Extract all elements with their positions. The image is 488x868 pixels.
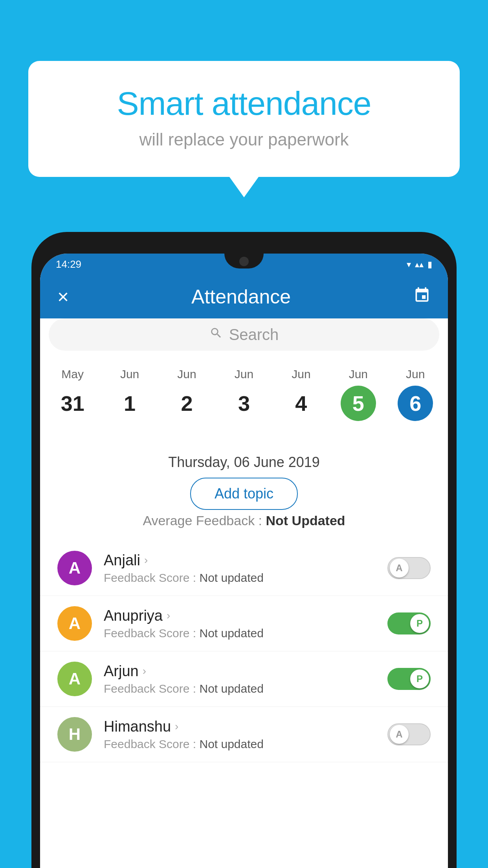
student-feedback: Feedback Score : Not updated bbox=[104, 737, 376, 751]
avg-feedback-label: Average Feedback : bbox=[143, 513, 262, 528]
attendance-toggle[interactable]: P bbox=[387, 612, 431, 634]
chevron-right-icon: › bbox=[143, 665, 146, 677]
chevron-right-icon: › bbox=[175, 720, 178, 733]
student-info[interactable]: Anjali › Feedback Score : Not updated bbox=[104, 552, 376, 585]
list-item: A Arjun › Feedback Score : Not updated P bbox=[40, 651, 448, 707]
cal-date-0: 31 bbox=[55, 386, 90, 421]
attendance-toggle[interactable]: P bbox=[387, 668, 431, 690]
attendance-toggle[interactable]: A bbox=[387, 557, 431, 579]
search-icon bbox=[209, 326, 223, 343]
speech-bubble: Smart attendance will replace your paper… bbox=[28, 61, 460, 177]
attendance-toggle[interactable]: A bbox=[387, 723, 431, 745]
student-feedback: Feedback Score : Not updated bbox=[104, 682, 376, 695]
toggle-absent[interactable]: A bbox=[387, 557, 431, 579]
close-button[interactable]: × bbox=[57, 285, 69, 308]
toggle-knob: A bbox=[390, 725, 409, 744]
status-icons: ▾ ▴▴ ▮ bbox=[407, 259, 432, 270]
cal-day-0[interactable]: May 31 bbox=[51, 368, 94, 421]
cal-date-2: 2 bbox=[169, 386, 205, 421]
toggle-knob: P bbox=[410, 614, 429, 633]
cal-day-6[interactable]: Jun 6 bbox=[394, 368, 437, 421]
toggle-absent[interactable]: A bbox=[387, 723, 431, 745]
battery-icon: ▮ bbox=[427, 259, 432, 270]
cal-date-6: 6 bbox=[398, 386, 433, 421]
calendar-icon[interactable] bbox=[413, 287, 431, 307]
phone-frame: 14:29 ▾ ▴▴ ▮ × Attendance bbox=[31, 232, 457, 868]
camera-notch bbox=[239, 257, 249, 266]
avatar: A bbox=[57, 606, 92, 641]
add-topic-button[interactable]: Add topic bbox=[190, 478, 298, 510]
list-item: A Anupriya › Feedback Score : Not update… bbox=[40, 596, 448, 651]
chevron-right-icon: › bbox=[144, 554, 148, 566]
avatar: H bbox=[57, 717, 92, 752]
avatar: A bbox=[57, 551, 92, 585]
student-feedback: Feedback Score : Not updated bbox=[104, 571, 376, 585]
cal-day-1[interactable]: Jun 1 bbox=[108, 368, 151, 421]
calendar-row: May 31 Jun 1 Jun 2 Jun 3 Jun 4 Jun 5 bbox=[40, 360, 448, 421]
app-header: × Attendance bbox=[40, 275, 448, 318]
selected-date: Thursday, 06 June 2019 bbox=[40, 454, 448, 471]
signal-icon: ▴▴ bbox=[415, 259, 424, 270]
cal-day-5[interactable]: Jun 5 bbox=[337, 368, 380, 421]
status-time: 14:29 bbox=[56, 258, 81, 270]
cal-date-4: 4 bbox=[283, 386, 319, 421]
cal-date-5: 5 bbox=[341, 386, 376, 421]
student-name: Anjali › bbox=[104, 552, 376, 569]
avg-feedback: Average Feedback : Not Updated bbox=[40, 513, 448, 528]
header-title: Attendance bbox=[191, 285, 291, 308]
student-name: Anupriya › bbox=[104, 607, 376, 624]
cal-month-0: May bbox=[61, 368, 84, 381]
cal-day-2[interactable]: Jun 2 bbox=[165, 368, 209, 421]
wifi-icon: ▾ bbox=[407, 259, 411, 270]
cal-month-4: Jun bbox=[292, 368, 310, 381]
student-name: Arjun › bbox=[104, 663, 376, 680]
list-item: A Anjali › Feedback Score : Not updated … bbox=[40, 541, 448, 596]
cal-date-1: 1 bbox=[112, 386, 147, 421]
cal-month-3: Jun bbox=[235, 368, 253, 381]
toggle-knob: P bbox=[410, 669, 429, 688]
cal-day-4[interactable]: Jun 4 bbox=[279, 368, 323, 421]
toggle-knob: A bbox=[390, 559, 409, 577]
student-info[interactable]: Anupriya › Feedback Score : Not updated bbox=[104, 607, 376, 640]
cal-month-5: Jun bbox=[349, 368, 368, 381]
list-item: H Himanshu › Feedback Score : Not update… bbox=[40, 707, 448, 762]
student-info[interactable]: Himanshu › Feedback Score : Not updated bbox=[104, 718, 376, 751]
student-info[interactable]: Arjun › Feedback Score : Not updated bbox=[104, 663, 376, 695]
cal-day-3[interactable]: Jun 3 bbox=[222, 368, 266, 421]
cal-month-6: Jun bbox=[406, 368, 425, 381]
phone-screen: 14:29 ▾ ▴▴ ▮ × Attendance bbox=[40, 254, 448, 868]
student-list: A Anjali › Feedback Score : Not updated … bbox=[40, 541, 448, 868]
cal-month-1: Jun bbox=[120, 368, 139, 381]
search-label: Search bbox=[229, 326, 279, 344]
toggle-present[interactable]: P bbox=[387, 612, 431, 634]
bubble-title: Smart attendance bbox=[60, 85, 428, 123]
toggle-present[interactable]: P bbox=[387, 668, 431, 690]
chevron-right-icon: › bbox=[167, 609, 170, 622]
student-feedback: Feedback Score : Not updated bbox=[104, 627, 376, 640]
search-bar[interactable]: Search bbox=[49, 318, 439, 351]
cal-month-2: Jun bbox=[177, 368, 196, 381]
student-name: Himanshu › bbox=[104, 718, 376, 735]
cal-date-3: 3 bbox=[226, 386, 262, 421]
avg-feedback-value: Not Updated bbox=[266, 513, 345, 528]
bubble-subtitle: will replace your paperwork bbox=[60, 130, 428, 149]
avatar: A bbox=[57, 662, 92, 696]
